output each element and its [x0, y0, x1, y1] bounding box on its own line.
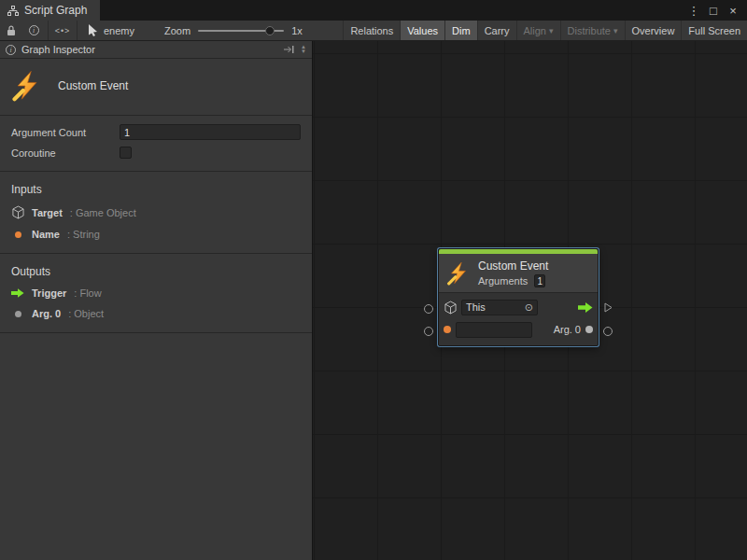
arguments-label: Arguments	[478, 275, 528, 287]
list-item: Name : String	[11, 229, 301, 240]
outputs-title: Outputs	[11, 265, 301, 278]
tab-script-graph[interactable]: Script Graph	[0, 0, 100, 21]
toolbar-separator	[48, 21, 49, 40]
node-header-text: Custom Event Arguments 1	[478, 259, 548, 287]
tab-title: Script Graph	[24, 4, 87, 17]
arg-connection-port[interactable]	[603, 327, 613, 336]
align-label: Align	[524, 25, 546, 36]
list-item: Trigger : Flow	[11, 287, 301, 299]
graph-canvas[interactable]: Custom Event Arguments 1	[313, 41, 747, 560]
arg-output-label: Arg. 0	[554, 324, 581, 335]
close-icon[interactable]: ×	[725, 2, 741, 19]
coroutine-row: Coroutine	[11, 147, 301, 159]
name-field[interactable]	[456, 322, 532, 338]
scroll-down-icon[interactable]: ▼	[301, 49, 306, 54]
toolbar-separator	[77, 21, 78, 40]
target-connection-port[interactable]	[424, 304, 433, 314]
align-dropdown: Align ▾	[516, 21, 560, 40]
inputs-section: Inputs Target : Game Object Name : Strin…	[0, 172, 312, 254]
lock-icon[interactable]	[0, 21, 22, 40]
list-item: Target : Game Object	[11, 205, 301, 219]
node-arguments-line: Arguments 1	[478, 274, 548, 287]
node-body: This ⊙ Arg. 0	[439, 292, 598, 345]
argument-count-row: Argument Count	[11, 124, 301, 140]
node-title: Custom Event	[478, 259, 548, 273]
node-header[interactable]: Custom Event Arguments 1	[439, 254, 598, 292]
event-header: Custom Event	[0, 59, 312, 116]
window-menu-icon[interactable]: ⋮	[685, 2, 702, 19]
zoom-slider-handle[interactable]	[265, 26, 275, 35]
window-controls: ⋮ □ ×	[685, 0, 747, 21]
flow-arrow-icon	[11, 288, 24, 298]
list-item: Arg. 0 : Object	[11, 308, 301, 319]
port-name: Target	[32, 207, 63, 218]
port-type: : Game Object	[70, 207, 136, 218]
graph-breadcrumb[interactable]: enemy	[80, 24, 142, 36]
port-type: : Object	[68, 308, 104, 319]
argument-count-field[interactable]	[120, 124, 301, 140]
edit-source-icon[interactable]: <•>	[51, 21, 74, 40]
relations-button[interactable]: Relations	[343, 21, 400, 40]
dim-button[interactable]: Dim	[444, 21, 477, 40]
coroutine-label: Coroutine	[11, 147, 120, 159]
info-icon: i	[29, 25, 39, 35]
custom-event-icon	[11, 70, 43, 102]
trigger-output-port[interactable]	[578, 302, 593, 313]
script-graph-icon	[7, 6, 19, 16]
titlebar: Script Graph ⋮ □ ×	[0, 0, 747, 21]
target-port-row: This ⊙	[444, 298, 593, 316]
custom-event-node[interactable]: Custom Event Arguments 1	[438, 248, 599, 346]
object-picker-icon[interactable]: ⊙	[525, 302, 533, 313]
inspector-title: Graph Inspector	[21, 44, 95, 55]
values-button[interactable]: Values	[400, 21, 444, 40]
carry-button[interactable]: Carry	[477, 21, 516, 40]
coroutine-checkbox[interactable]	[120, 147, 132, 159]
cube-icon	[444, 301, 457, 315]
arg-output-port[interactable]	[585, 326, 593, 333]
target-dropdown[interactable]: This ⊙	[461, 300, 538, 315]
overview-button[interactable]: Overview	[625, 21, 682, 40]
port-name: Arg. 0	[32, 308, 61, 319]
zoom-slider[interactable]	[198, 30, 284, 32]
name-connection-port[interactable]	[424, 327, 433, 336]
name-input-port[interactable]	[444, 326, 451, 333]
info-icon: i	[6, 45, 16, 55]
string-port-icon	[11, 231, 24, 238]
inputs-title: Inputs	[11, 183, 301, 196]
inspector-header-controls: ▲ ▼	[283, 45, 306, 54]
name-port-row: Arg. 0	[444, 320, 593, 339]
toolbar-buttons: Relations Values Dim Carry Align ▾ Distr…	[343, 21, 747, 40]
chevron-down-icon: ▾	[613, 26, 618, 35]
cube-icon	[11, 205, 24, 219]
graph-inspector-panel: i Graph Inspector ▲ ▼	[0, 41, 313, 560]
port-name: Name	[32, 229, 60, 240]
dock-icon[interactable]	[283, 45, 294, 54]
port-type: : Flow	[74, 287, 101, 299]
info-toggle-icon[interactable]: i	[22, 21, 45, 40]
scroll-spinner[interactable]: ▲ ▼	[301, 45, 306, 54]
distribute-label: Distribute	[568, 25, 611, 36]
script-graph-window: Script Graph ⋮ □ × i <•> enemy Zoom	[0, 0, 747, 560]
zoom-control: Zoom 1x	[164, 25, 303, 36]
graph-toolbar: i <•> enemy Zoom 1x Relations Values Dim…	[0, 21, 747, 41]
inspector-header: i Graph Inspector ▲ ▼	[0, 41, 312, 59]
outputs-section: Outputs Trigger : Flow Arg. 0 : Object	[0, 254, 312, 333]
custom-event-icon	[446, 261, 471, 286]
port-name: Trigger	[32, 287, 66, 299]
chevron-down-icon: ▾	[549, 26, 554, 35]
trigger-connection-port[interactable]	[604, 302, 613, 313]
fullscreen-button[interactable]: Full Screen	[681, 21, 747, 40]
event-fields: Argument Count Coroutine	[0, 116, 312, 172]
target-dropdown-value: This	[466, 301, 486, 313]
graph-name-label: enemy	[104, 25, 134, 36]
zoom-label: Zoom	[164, 25, 190, 36]
zoom-value: 1x	[291, 25, 303, 36]
argument-count-label: Argument Count	[11, 127, 120, 138]
graph-pointer-icon	[88, 24, 98, 36]
distribute-dropdown: Distribute ▾	[560, 21, 625, 40]
event-title: Custom Event	[58, 79, 128, 92]
port-type: : String	[67, 229, 100, 240]
object-port-icon	[11, 311, 24, 317]
arguments-count-badge: 1	[534, 274, 545, 287]
maximize-icon[interactable]: □	[705, 2, 722, 19]
